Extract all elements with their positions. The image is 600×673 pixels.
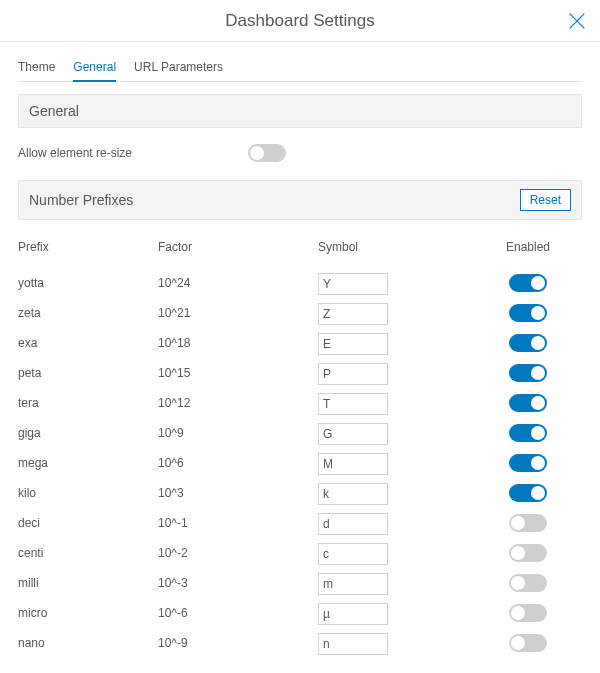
table-row: deci10^-1	[18, 508, 582, 538]
col-factor: Factor	[158, 240, 318, 254]
col-symbol: Symbol	[318, 240, 478, 254]
section-prefixes: Number Prefixes Reset	[18, 180, 582, 220]
enabled-toggle[interactable]	[509, 334, 547, 352]
tab-theme[interactable]: Theme	[18, 60, 55, 81]
titlebar: Dashboard Settings	[0, 0, 600, 42]
page-title: Dashboard Settings	[225, 11, 374, 31]
enabled-toggle[interactable]	[509, 574, 547, 592]
enabled-toggle[interactable]	[509, 514, 547, 532]
resize-toggle[interactable]	[248, 144, 286, 162]
close-button[interactable]	[566, 10, 588, 32]
factor-cell: 10^21	[158, 306, 318, 320]
prefix-cell: yotta	[18, 276, 158, 290]
col-prefix: Prefix	[18, 240, 158, 254]
enabled-toggle[interactable]	[509, 544, 547, 562]
table-row: milli10^-3	[18, 568, 582, 598]
factor-cell: 10^-1	[158, 516, 318, 530]
factor-cell: 10^6	[158, 456, 318, 470]
enabled-toggle[interactable]	[509, 484, 547, 502]
prefix-cell: milli	[18, 576, 158, 590]
enabled-toggle[interactable]	[509, 394, 547, 412]
symbol-input[interactable]	[318, 363, 388, 385]
enabled-toggle[interactable]	[509, 364, 547, 382]
resize-row: Allow element re-size	[18, 138, 582, 168]
enabled-toggle[interactable]	[509, 634, 547, 652]
symbol-input[interactable]	[318, 483, 388, 505]
table-row: yotta10^24	[18, 268, 582, 298]
table-body: yotta10^24zeta10^21exa10^18peta10^15tera…	[18, 268, 582, 658]
section-general: General	[18, 94, 582, 128]
factor-cell: 10^15	[158, 366, 318, 380]
table-row: mega10^6	[18, 448, 582, 478]
factor-cell: 10^24	[158, 276, 318, 290]
prefix-cell: exa	[18, 336, 158, 350]
prefix-cell: giga	[18, 426, 158, 440]
tabs: Theme General URL Parameters	[18, 60, 582, 82]
symbol-input[interactable]	[318, 303, 388, 325]
tab-general[interactable]: General	[73, 60, 116, 82]
prefix-cell: centi	[18, 546, 158, 560]
section-general-label: General	[29, 103, 79, 119]
panel: Theme General URL Parameters General All…	[0, 42, 600, 658]
table-row: micro10^-6	[18, 598, 582, 628]
symbol-input[interactable]	[318, 273, 388, 295]
prefix-cell: zeta	[18, 306, 158, 320]
prefix-cell: kilo	[18, 486, 158, 500]
prefix-cell: tera	[18, 396, 158, 410]
symbol-input[interactable]	[318, 633, 388, 655]
factor-cell: 10^18	[158, 336, 318, 350]
table-row: giga10^9	[18, 418, 582, 448]
table-row: nano10^-9	[18, 628, 582, 658]
enabled-toggle[interactable]	[509, 604, 547, 622]
table-row: tera10^12	[18, 388, 582, 418]
table-row: kilo10^3	[18, 478, 582, 508]
enabled-toggle[interactable]	[509, 304, 547, 322]
symbol-input[interactable]	[318, 453, 388, 475]
table-row: centi10^-2	[18, 538, 582, 568]
enabled-toggle[interactable]	[509, 424, 547, 442]
factor-cell: 10^9	[158, 426, 318, 440]
factor-cell: 10^-6	[158, 606, 318, 620]
enabled-toggle[interactable]	[509, 274, 547, 292]
symbol-input[interactable]	[318, 393, 388, 415]
prefix-cell: peta	[18, 366, 158, 380]
symbol-input[interactable]	[318, 513, 388, 535]
symbol-input[interactable]	[318, 423, 388, 445]
factor-cell: 10^-2	[158, 546, 318, 560]
table-row: exa10^18	[18, 328, 582, 358]
reset-button[interactable]: Reset	[520, 189, 571, 211]
col-enabled: Enabled	[478, 240, 578, 254]
prefix-cell: micro	[18, 606, 158, 620]
table-row: zeta10^21	[18, 298, 582, 328]
factor-cell: 10^-9	[158, 636, 318, 650]
symbol-input[interactable]	[318, 543, 388, 565]
table-row: peta10^15	[18, 358, 582, 388]
symbol-input[interactable]	[318, 333, 388, 355]
section-prefixes-label: Number Prefixes	[29, 192, 133, 208]
table-header: Prefix Factor Symbol Enabled	[18, 232, 582, 262]
symbol-input[interactable]	[318, 603, 388, 625]
factor-cell: 10^12	[158, 396, 318, 410]
factor-cell: 10^3	[158, 486, 318, 500]
tab-url-parameters[interactable]: URL Parameters	[134, 60, 223, 81]
prefix-cell: mega	[18, 456, 158, 470]
enabled-toggle[interactable]	[509, 454, 547, 472]
resize-label: Allow element re-size	[18, 146, 248, 160]
close-icon	[566, 10, 588, 32]
factor-cell: 10^-3	[158, 576, 318, 590]
prefix-cell: nano	[18, 636, 158, 650]
symbol-input[interactable]	[318, 573, 388, 595]
prefix-cell: deci	[18, 516, 158, 530]
